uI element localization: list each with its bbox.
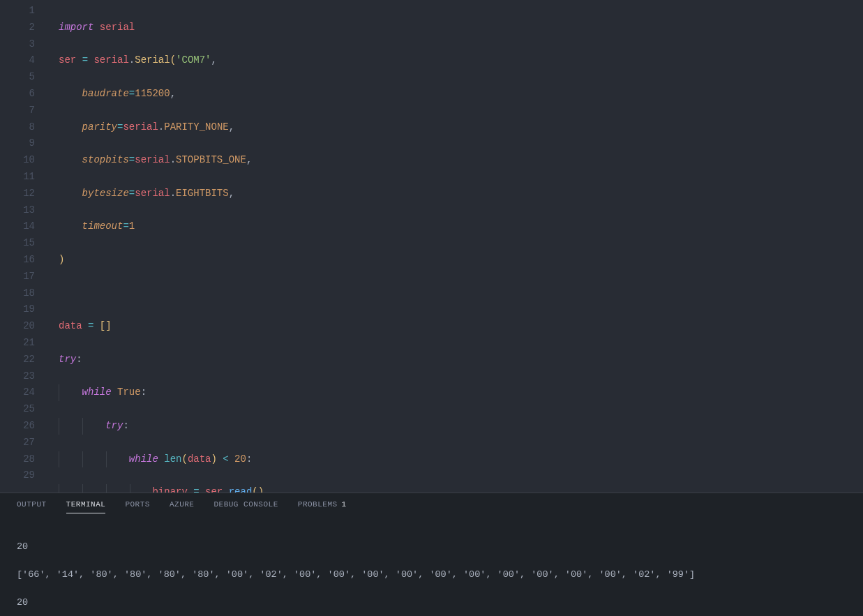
terminal-line: 20	[17, 596, 846, 610]
tab-problems[interactable]: PROBLEMS1	[298, 500, 347, 513]
tab-output[interactable]: OUTPUT	[17, 500, 47, 513]
terminal-line: ['66', '14', '80', '80', '80', '80', '00…	[17, 568, 846, 582]
bottom-panel: OUTPUT TERMINAL PORTS AZURE DEBUG CONSOL…	[0, 493, 863, 616]
line-number-gutter: 1 2 3 4 5 6 7 8 9 10 11 12 13 14 15 16 1…	[0, 0, 47, 493]
code-editor[interactable]: 1 2 3 4 5 6 7 8 9 10 11 12 13 14 15 16 1…	[0, 0, 863, 493]
terminal-line: 20	[17, 540, 846, 554]
tab-terminal[interactable]: TERMINAL	[66, 500, 106, 513]
tab-ports[interactable]: PORTS	[125, 500, 150, 513]
terminal-output[interactable]: 20 ['66', '14', '80', '80', '80', '80', …	[0, 513, 863, 616]
panel-tabs: OUTPUT TERMINAL PORTS AZURE DEBUG CONSOL…	[0, 493, 863, 513]
tab-debug-console[interactable]: DEBUG CONSOLE	[213, 500, 278, 513]
code-content[interactable]: import serial ser = serial.Serial('COM7'…	[47, 0, 863, 493]
tab-azure[interactable]: AZURE	[170, 500, 195, 513]
problems-count-badge: 1	[342, 500, 347, 509]
